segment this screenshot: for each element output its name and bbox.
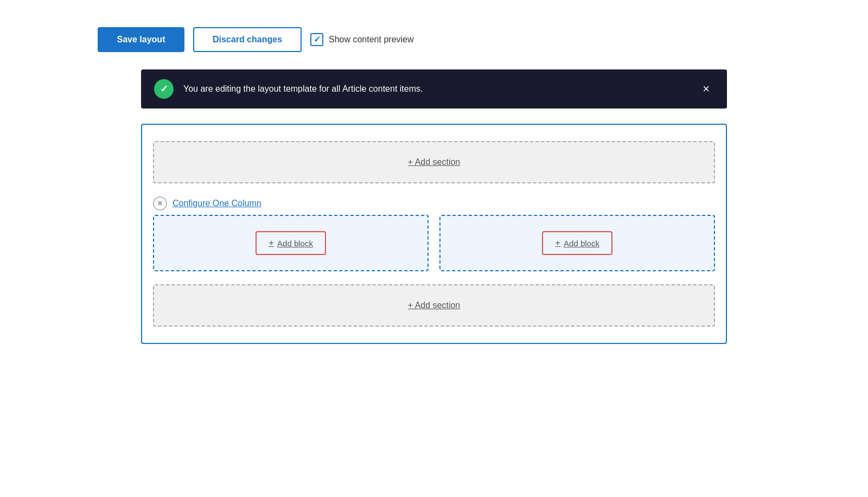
- checkmark-icon: ✓: [160, 83, 168, 95]
- add-block-plus-icon-2: +: [555, 238, 560, 248]
- column-block-2: + Add block: [439, 215, 715, 271]
- toolbar: Save layout Discard changes ✓ Show conte…: [98, 27, 414, 52]
- column-block-1: + Add block: [153, 215, 429, 271]
- page-wrapper: Save layout Discard changes ✓ Show conte…: [0, 0, 868, 497]
- notification-banner: ✓ You are editing the layout template fo…: [141, 69, 727, 109]
- show-preview-label: Show content preview: [329, 35, 414, 44]
- show-preview-container[interactable]: ✓ Show content preview: [310, 33, 414, 46]
- save-layout-button[interactable]: Save layout: [98, 27, 184, 52]
- add-block-button-2[interactable]: + Add block: [542, 231, 612, 255]
- add-section-top[interactable]: + Add section: [153, 141, 715, 183]
- add-block-button-1[interactable]: + Add block: [256, 231, 326, 255]
- section-header: × Configure One Column: [153, 196, 715, 211]
- layout-editor: + Add section × Configure One Column + A…: [141, 124, 727, 344]
- add-block-label-2: Add block: [564, 239, 599, 248]
- add-block-plus-icon-1: +: [269, 238, 274, 248]
- add-section-top-label[interactable]: + Add section: [408, 157, 461, 167]
- discard-changes-button[interactable]: Discard changes: [193, 27, 302, 52]
- remove-icon-x: ×: [157, 199, 162, 208]
- section-container: × Configure One Column + Add block + Add…: [153, 196, 715, 271]
- add-section-bottom[interactable]: + Add section: [153, 284, 715, 327]
- columns-row: + Add block + Add block: [153, 215, 715, 271]
- add-block-label-1: Add block: [277, 239, 313, 248]
- add-section-bottom-label[interactable]: + Add section: [408, 301, 461, 310]
- show-preview-checkbox[interactable]: ✓: [310, 33, 323, 46]
- checkbox-checkmark: ✓: [314, 35, 321, 44]
- configure-one-column-link[interactable]: Configure One Column: [173, 199, 261, 208]
- notification-success-icon: ✓: [154, 79, 174, 99]
- remove-section-button[interactable]: ×: [153, 196, 167, 211]
- notification-message: You are editing the layout template for …: [183, 84, 698, 94]
- notification-close-button[interactable]: ×: [698, 81, 714, 97]
